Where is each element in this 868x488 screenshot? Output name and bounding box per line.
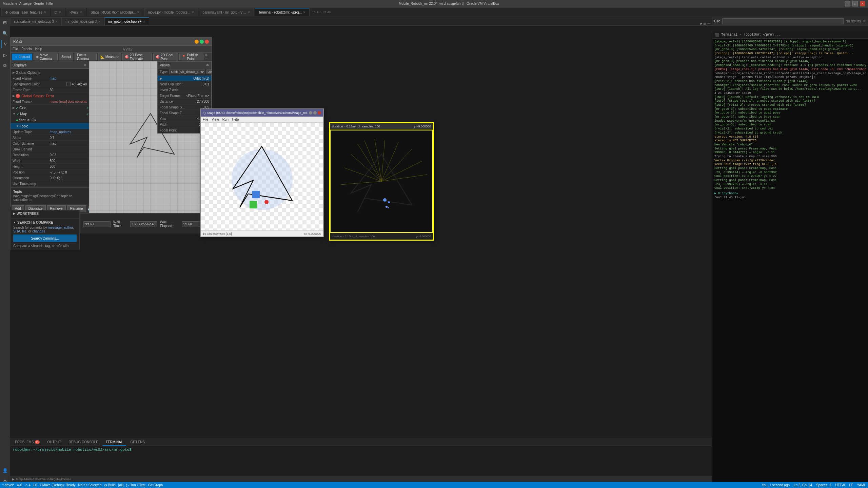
- resolution-prop[interactable]: Resolution 0.03: [11, 152, 89, 158]
- views-zero-btn[interactable]: Zero: [206, 69, 212, 74]
- vm-menu-gerate[interactable]: Geräte: [34, 2, 44, 5]
- debug-console-tab[interactable]: DEBUG CONSOLE: [65, 439, 102, 446]
- tab-close-btn[interactable]: ✕: [303, 11, 306, 14]
- tab-terminal[interactable]: Terminal - robot@mr:~/proj... ✕: [255, 8, 310, 16]
- select-btn[interactable]: Select: [59, 54, 73, 60]
- views-close-icon[interactable]: ✕: [206, 63, 209, 67]
- no-kit-item[interactable]: No Kit Selected: [78, 483, 102, 487]
- source-control-icon[interactable]: ⑂: [1, 40, 9, 48]
- status-ok-item[interactable]: ● Status: Ok: [11, 117, 89, 123]
- build-item[interactable]: ⚙ Build: [104, 483, 115, 487]
- rviz-min-btn[interactable]: [195, 40, 199, 44]
- vm-menu-maschine[interactable]: Maschine: [3, 2, 17, 5]
- stage-menu-file[interactable]: File: [203, 118, 208, 121]
- rviz-menu-file[interactable]: File: [13, 47, 18, 51]
- editor-tab-goto-node[interactable]: mr_goto_node.cpp 3 ✕: [62, 17, 104, 25]
- tab-close-btn[interactable]: ✕: [98, 20, 101, 23]
- stage-menu-help[interactable]: Help: [232, 118, 239, 121]
- warnings-item[interactable]: ⚠ 4: [25, 483, 31, 487]
- fixed-frame-prop[interactable]: Fixed Frame map: [11, 76, 89, 81]
- distance-row[interactable]: Distance 27.7308: [158, 99, 211, 104]
- git-branch-item[interactable]: ⑂ devel*: [2, 483, 14, 487]
- encoding-label[interactable]: UTF-8: [835, 483, 845, 487]
- tab-close-btn[interactable]: ✕: [44, 11, 46, 14]
- views-type-select[interactable]: Orbit (rviz_default_pl: [169, 69, 205, 74]
- map-item[interactable]: ▼ ✓ Map ✓: [11, 111, 89, 117]
- git-graph-item[interactable]: Git Graph: [148, 483, 163, 487]
- run-ctest-item[interactable]: ▷ Run CTest: [126, 483, 145, 487]
- editor-tab-standalone[interactable]: standalone_mr_goto.cpp 3 ✕: [10, 17, 62, 25]
- terminal-content[interactable]: robot@mr:~/projects/mobile_robotics/ws02…: [10, 446, 712, 476]
- height-prop[interactable]: Height 500: [11, 164, 89, 169]
- errors-item[interactable]: ⊗ 0: [17, 483, 22, 487]
- wall-time-input[interactable]: [130, 221, 157, 227]
- search-link-changes[interactable]: changes: [32, 229, 45, 233]
- language-label[interactable]: YAML: [857, 483, 866, 487]
- run-icon[interactable]: ▷: [1, 51, 9, 59]
- tab-stage[interactable]: Stage (ROS): /home/robotpr... ✕: [87, 8, 143, 16]
- tab-bf[interactable]: bf ✕: [51, 8, 65, 16]
- topic-item[interactable]: ▼ Topic: [11, 123, 89, 129]
- interact-btn[interactable]: ↔ Interact: [12, 54, 32, 60]
- ros-elapsed-input[interactable]: [83, 221, 111, 227]
- rviz-menu-help[interactable]: Help: [35, 47, 42, 51]
- search-icon[interactable]: 🔍: [1, 29, 9, 37]
- vm-menu-anzeige[interactable]: Anzeige: [19, 2, 32, 5]
- global-options-item[interactable]: ▶ Global Options: [11, 69, 89, 76]
- target-frame-row[interactable]: Target Frame <Fixed Frame>: [158, 93, 211, 99]
- focus-camera-btn[interactable]: Focus Camera: [75, 54, 97, 60]
- stage-close-btn[interactable]: [318, 111, 321, 115]
- tab-close-btn[interactable]: ✕: [55, 20, 58, 23]
- position-prop[interactable]: Position -7.5; -7.5; 0: [11, 169, 89, 175]
- tab-rviz2[interactable]: RViz2 ✕: [66, 8, 86, 16]
- close-btn[interactable]: ✕: [860, 1, 865, 6]
- alpha-prop[interactable]: Alpha 0.7: [11, 135, 89, 141]
- fixed-frame-error-prop[interactable]: Fixed Frame Frame [map] does not exist: [11, 99, 89, 105]
- tab-move-py[interactable]: move.py - mobile_robotics... ✕: [144, 8, 198, 16]
- displays-close-icon[interactable]: ✕: [83, 63, 87, 67]
- stage-viewport[interactable]: [201, 123, 323, 230]
- lf-label[interactable]: LF: [849, 483, 853, 487]
- tab-close-btn[interactable]: ✕: [80, 11, 82, 14]
- rviz-menu-panels[interactable]: Panels: [21, 47, 32, 51]
- spaces-label[interactable]: Spaces: 2: [816, 483, 831, 487]
- invert-z-row[interactable]: Invert Z Axis: [158, 87, 211, 93]
- orientation-prop[interactable]: Orientation 0; 0; 0; 1: [11, 175, 89, 181]
- color-scheme-prop[interactable]: Color Scheme map: [11, 141, 89, 146]
- update-topic-prop[interactable]: Update Topic /map_updates: [11, 129, 89, 135]
- grid-item[interactable]: ▶ ✓ Grid ✓: [11, 105, 89, 111]
- editor-tab-goto-hpp[interactable]: mr_goto_node.hpp 9+ ✕: [104, 17, 149, 25]
- frame-rate-prop[interactable]: Frame Rate 30: [11, 87, 89, 93]
- search-panel-close[interactable]: ✕: [863, 19, 866, 23]
- tab-close-btn[interactable]: ✕: [59, 11, 61, 14]
- rviz-viewport[interactable]: Views ✕ Type: Orbit (rviz_default_pl Zer…: [89, 61, 212, 213]
- use-timestamp-prop[interactable]: Use Timestamp: [11, 181, 89, 187]
- rviz-max-btn[interactable]: [200, 40, 204, 44]
- debug-viewport[interactable]: [330, 130, 433, 233]
- account-icon[interactable]: 👤: [1, 466, 9, 474]
- goal-2d-btn[interactable]: 🎯 2D Goal Pose: [153, 54, 178, 60]
- current-view-item[interactable]: ▶ Orbit (rviz): [158, 76, 211, 81]
- info-item[interactable]: ℹ 0: [33, 483, 37, 487]
- stage-menu-run[interactable]: Run: [222, 118, 229, 121]
- problems-tab[interactable]: PROBLEMS 21: [12, 439, 43, 446]
- measure-btn[interactable]: 📐 Measure: [98, 54, 121, 60]
- vm-menu-hilfe[interactable]: Hilfe: [46, 2, 53, 5]
- rviz-settings-icon[interactable]: ⊕ ⋯: [205, 53, 210, 61]
- rviz-close-btn[interactable]: [205, 40, 209, 44]
- width-prop[interactable]: Width 500: [11, 158, 89, 164]
- bg-color-prop[interactable]: Background Color 48; 48; 48: [11, 81, 89, 87]
- tab-close-btn[interactable]: ✕: [248, 11, 250, 14]
- output-tab[interactable]: OUTPUT: [44, 439, 64, 446]
- search-link-sha[interactable]: SHA, file,: [13, 229, 27, 233]
- tab-close-btn[interactable]: ✕: [192, 11, 194, 14]
- cmake-item[interactable]: CMake (Debug): Ready: [40, 483, 76, 487]
- goal-2d-pose-btn[interactable]: 🎯 2D Pose Estimate: [122, 54, 152, 60]
- move-camera-btn[interactable]: ⊕ Move Camera: [34, 54, 58, 60]
- near-clip-row[interactable]: Near Clip Dist.: 0.01: [158, 81, 211, 87]
- gitlens-tab[interactable]: GITLENS: [127, 439, 148, 446]
- search-link-author[interactable]: author: [63, 226, 73, 229]
- explorer-icon[interactable]: ⊞: [1, 18, 9, 26]
- displays-tree[interactable]: ▶ Global Options Fixed Frame map Backgro…: [11, 69, 89, 187]
- tab-close-btn[interactable]: ✕: [137, 11, 140, 14]
